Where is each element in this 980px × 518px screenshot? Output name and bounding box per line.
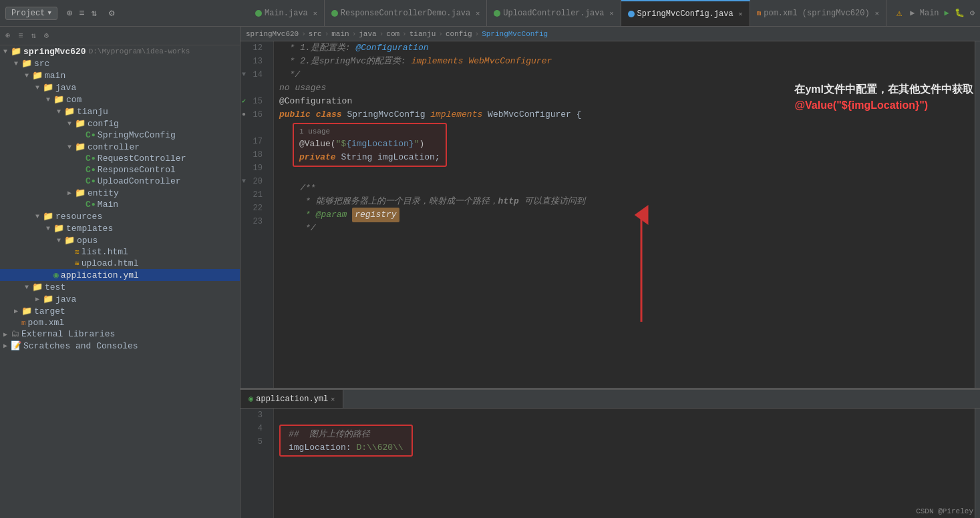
tree-item-target[interactable]: ▶ 📁 target [0, 305, 240, 317]
tree-item-uploadcontroller[interactable]: C ● UploadController [0, 176, 240, 187]
folder-icon-config: 📁 [75, 118, 86, 129]
badge-upl: ● [92, 178, 96, 185]
fold-btn-14[interactable]: ▼ [242, 68, 246, 81]
project-dropdown[interactable]: Project ▼ [5, 7, 57, 20]
breadcrumb-src[interactable]: src [309, 30, 322, 38]
arrow-java: ▼ [32, 84, 43, 91]
tree-item-application-yml[interactable]: ◉ application.yml [0, 269, 240, 281]
responsecontroller-label: ResponseControl [98, 165, 176, 175]
debug-btn[interactable]: 🐛 [955, 8, 965, 18]
close-icon-upload[interactable]: ✕ [610, 9, 614, 17]
sidebar-toolbar-icon-2[interactable]: ≡ [15, 30, 25, 42]
tree-item-main[interactable]: ▼ 📁 main [0, 69, 240, 81]
entity-label: entity [88, 188, 119, 198]
tree-item-pomxml[interactable]: m pom.xml [0, 317, 240, 328]
tab-upload-controller[interactable]: UploadController.java ✕ [487, 0, 621, 26]
scroll-bar-top[interactable] [975, 41, 980, 388]
breadcrumb-config[interactable]: config [446, 30, 472, 38]
controller-label: controller [88, 142, 140, 152]
tree-item-templates[interactable]: ▼ 📁 templates [0, 222, 240, 234]
root-label: springMvc620 [23, 47, 86, 57]
tree-item-root[interactable]: ▼ 📁 springMvc620 D:\Myprogram\idea-works [0, 45, 240, 57]
editor-area: springMvc620 › src › main › java › com ›… [240, 27, 980, 518]
bottom-code-content[interactable]: ## 图片上传的路径 imgLocation : D:\\620\\ [274, 409, 975, 518]
usage-count-line: 1 usage [299, 125, 440, 138]
tree-item-uploadhtml[interactable]: ≋ upload.html [0, 258, 240, 269]
close-icon-main[interactable]: ✕ [313, 9, 317, 17]
gear-icon-sidebar[interactable]: ⚙ [41, 29, 51, 42]
editor-top[interactable]: 12 13 ▼ 14 ✔ 15 ● 16 [240, 41, 980, 388]
folder-icon-target: 📁 [21, 306, 32, 316]
tree-item-com[interactable]: ▼ 📁 com [0, 93, 240, 105]
templates-label: templates [66, 224, 113, 234]
tree-item-test-java[interactable]: ▶ 📁 java [0, 293, 240, 305]
java-icon-req: C [86, 154, 91, 164]
tree-item-test[interactable]: ▼ 📁 test [0, 281, 240, 293]
breadcrumb-root[interactable]: springMvc620 [246, 30, 299, 38]
str-close-17: " [414, 138, 420, 151]
folder-icon-controller: 📁 [75, 142, 86, 152]
run-options-btn[interactable]: ⚙ [970, 8, 975, 18]
tree-item-config[interactable]: ▼ 📁 config [0, 117, 240, 130]
no-usages-text: no usages [279, 81, 326, 95]
tree-item-src[interactable]: ▼ 📁 src [0, 57, 240, 69]
src-label: src [34, 59, 49, 69]
at-param-22: * @param [279, 208, 352, 222]
tab-label-pom: pom.xml (springMvc620) [764, 9, 869, 18]
gear-icon[interactable]: ⚙ [108, 6, 116, 20]
usage-box: 1 usage @Value("${imgLocation}") private… [293, 123, 447, 167]
annotation-overlay: 在yml文件中配置，在其他文件中获取 @Value("${imgLocation… [794, 81, 973, 113]
tab-response-controller[interactable]: ResponseControllerDemo.java ✕ [325, 0, 487, 26]
tree-item-springmvcconfig[interactable]: C ● SpringMvcConfig [0, 130, 240, 141]
tree-item-resources[interactable]: ▼ 📁 resources [0, 210, 240, 222]
at-config: @Configuration [279, 95, 352, 108]
semi-18: ; [435, 151, 440, 164]
breadcrumb-main[interactable]: main [331, 30, 349, 38]
annotation-line2: @Value("${imgLocation}") [794, 97, 973, 113]
scroll-bar-bottom[interactable] [975, 409, 980, 518]
close-icon-response[interactable]: ✕ [476, 9, 480, 17]
sidebar-toolbar-icon-3[interactable]: ⇅ [28, 29, 38, 42]
application-yml-label: application.yml [61, 270, 139, 280]
tree-item-scratches[interactable]: ▶ 📝 Scratches and Consoles [0, 340, 240, 352]
csdn-watermark: CSDN @Pireley [916, 507, 973, 515]
close-icon-springmvc[interactable]: ✕ [739, 10, 743, 18]
tree-item-ext-libraries[interactable]: ▶ 🗂 External Libraries [0, 328, 240, 340]
bottom-editor-content[interactable]: 3 4 5 ## 图片上传的路径 [240, 409, 980, 518]
run-btn[interactable]: ▶ [945, 8, 949, 18]
sidebar-toolbar-icon-1[interactable]: ⊕ [3, 29, 13, 42]
tree-item-listhtml[interactable]: ≋ list.html [0, 246, 240, 258]
tab-label-response: ResponseControllerDemo.java [341, 9, 470, 18]
line-num-21: 21 [240, 188, 268, 202]
java-label: java [55, 83, 76, 93]
tree-item-responsecontroller[interactable]: C ● ResponseControl [0, 164, 240, 176]
tree-item-tianju[interactable]: ▼ 📁 tianju [0, 105, 240, 117]
tab-pomxml[interactable]: m pom.xml (springMvc620) ✕ [750, 0, 886, 26]
comment-21b: 可以直接访问到 [519, 195, 585, 208]
tree-item-entity[interactable]: ▶ 📁 entity [0, 187, 240, 199]
toolbar-icon-3[interactable]: ⇅ [90, 6, 98, 20]
tree-item-controller[interactable]: ▼ 📁 controller [0, 141, 240, 153]
varname-18: imgLocation [377, 151, 435, 164]
tree-item-requestcontroller[interactable]: C ● RequestController [0, 153, 240, 164]
tab-springmvcconfig[interactable]: SpringMvcConfig.java ✕ [621, 0, 750, 26]
annotation-line1: 在yml文件中配置，在其他文件中获取 [794, 81, 973, 97]
fold-btn-20[interactable]: ▼ [242, 175, 246, 188]
comment-21-http: http [498, 195, 519, 208]
test-java-label: java [55, 294, 76, 304]
yml-tab-close[interactable]: ✕ [331, 395, 335, 403]
close-icon-pom[interactable]: ✕ [875, 9, 879, 17]
tree-item-opus[interactable]: ▼ 📁 opus [0, 234, 240, 246]
toolbar-icon-1[interactable]: ⊕ [65, 6, 73, 20]
toolbar-icon-2[interactable]: ≡ [77, 7, 86, 20]
uploadcontroller-label: UploadController [98, 176, 181, 186]
tree-item-java[interactable]: ▼ 📁 java [0, 81, 240, 93]
breadcrumb-java[interactable]: java [359, 30, 376, 38]
tree-item-main-class[interactable]: C ● Main [0, 199, 240, 210]
tab-application-yml[interactable]: ◉ application.yml ✕ [240, 390, 343, 408]
tab-icon-main [255, 10, 262, 17]
breadcrumb-tianju[interactable]: tianju [410, 30, 436, 38]
sidebar: ⊕ ≡ ⇅ ⚙ ▼ 📁 springMvc620 D:\Myprogram\id… [0, 27, 240, 518]
tab-main-java[interactable]: Main.java ✕ [249, 0, 325, 26]
breadcrumb-com[interactable]: com [386, 30, 399, 38]
